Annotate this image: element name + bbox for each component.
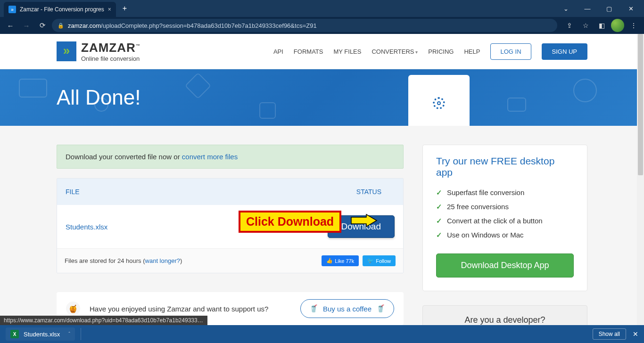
developer-card-title: Are you a developer? [464,315,545,325]
hero-file-icon [408,75,470,126]
signup-button[interactable]: SIGN UP [542,43,587,60]
success-alert: Download your converted file now or conv… [57,145,404,169]
feature-item: Superfast file conversion [436,186,574,200]
hero-banner: All Done! [0,69,644,126]
minimize-icon[interactable]: — [578,2,597,15]
download-shelf: X Students.xlsx ˆ Show all ✕ [0,325,644,343]
share-icon[interactable]: ⇪ [563,19,576,32]
download-item[interactable]: X Students.xlsx ˆ [6,327,75,341]
tab-title: Zamzar - File Conversion progres [20,6,104,13]
desktop-app-title: Try our new FREE desktop app [436,155,574,178]
support-text: Have you enjoyed using Zamzar and want t… [90,305,268,313]
logo-tm: ™ [136,43,140,48]
chevron-up-icon[interactable]: ˆ [68,331,70,337]
nav-api[interactable]: API [273,48,283,55]
xlsx-icon: X [10,330,19,338]
logo-brand: ZAMZAR [81,41,136,55]
footer-link[interactable]: want longer? [145,257,180,264]
tab-favicon: » [8,6,16,13]
footer-close: ) [180,257,182,264]
scroll-thumb[interactable] [638,34,643,175]
feature-item: Convert at the click of a button [436,214,574,228]
annotation-label: Click Download [239,211,341,233]
coffee-icon-left: 🥤 [309,304,318,313]
browser-tab[interactable]: » Zamzar - File Conversion progres × [4,2,116,17]
nav-converters[interactable]: CONVERTERS [372,48,418,55]
feature-item: 25 free conversions [436,200,574,214]
back-button[interactable]: ← [4,19,17,32]
maximize-icon[interactable]: ▢ [600,2,619,15]
url-path: /uploadComplete.php?session=b478ada63d10… [101,22,317,29]
nav-myfiles[interactable]: MY FILES [333,48,361,55]
coffee-icon-right: 🥤 [376,304,385,313]
fb-like-button[interactable]: 👍 Like 77k [322,255,359,266]
profile-avatar[interactable] [611,19,624,32]
bookmark-icon[interactable]: ☆ [579,19,592,32]
browser-addressbar: ← → ⟳ 🔒 zamzar.com/uploadComplete.php?se… [0,17,644,34]
logo-mark-icon [57,41,76,61]
download-desktop-button[interactable]: Download Desktop App [436,253,574,278]
tw-follow-button[interactable]: 🐦 Follow [363,255,396,266]
window-close-icon[interactable]: ✕ [621,2,640,15]
col-status: STATUS [356,188,395,196]
scrollbar[interactable] [637,34,644,325]
footer-text: Files are stored for 24 hours ( [65,257,145,264]
nav-help[interactable]: HELP [464,48,480,55]
menu-icon[interactable]: ⋮ [627,19,640,32]
logo-tagline: Online file conversion [81,56,140,62]
shelf-close-icon[interactable]: ✕ [633,330,638,338]
table-row: Students.xlsx Download Click Download [57,205,403,248]
annotation-arrow-icon [350,213,378,228]
download-file-name: Students.xlsx [24,331,60,338]
forward-button[interactable]: → [20,19,33,32]
site-header: ZAMZAR™ Online file conversion API FORMA… [0,34,644,69]
browser-titlebar: » Zamzar - File Conversion progres × + ⌄… [0,0,644,17]
show-all-button[interactable]: Show all [593,328,626,340]
buy-coffee-button[interactable]: 🥤 Buy us a coffee 🥤 [300,299,394,318]
url-host: zamzar.com [68,22,101,29]
login-button[interactable]: LOG IN [490,43,531,60]
file-table: FILE STATUS Students.xlsx Download Click… [57,178,404,273]
nav-formats[interactable]: FORMATS [294,48,323,55]
support-icon: 🍯 [66,302,80,316]
site-logo[interactable]: ZAMZAR™ Online file conversion [57,41,140,62]
gear-icon [433,97,445,109]
status-link-preview: https://www.zamzar.com/download.php?uid=… [0,316,207,325]
nav-pricing[interactable]: PRICING [428,48,454,55]
chevron-down-icon[interactable]: ⌄ [556,2,575,15]
panel-icon[interactable]: ◧ [595,19,608,32]
new-tab-button[interactable]: + [123,4,127,13]
lock-icon: 🔒 [58,23,64,29]
file-name-link[interactable]: Students.xlsx [66,223,107,231]
alert-text: Download your converted file now or [66,153,182,161]
hero-title: All Done! [57,86,141,109]
reload-button[interactable]: ⟳ [36,19,49,32]
desktop-app-card: Try our new FREE desktop app Superfast f… [422,145,587,291]
tab-close-icon[interactable]: × [108,6,111,13]
feature-item: Use on Windows or Mac [436,228,574,242]
col-file: FILE [66,188,80,196]
alert-link[interactable]: convert more files [182,153,238,161]
url-field[interactable]: 🔒 zamzar.com/uploadComplete.php?session=… [52,19,557,32]
